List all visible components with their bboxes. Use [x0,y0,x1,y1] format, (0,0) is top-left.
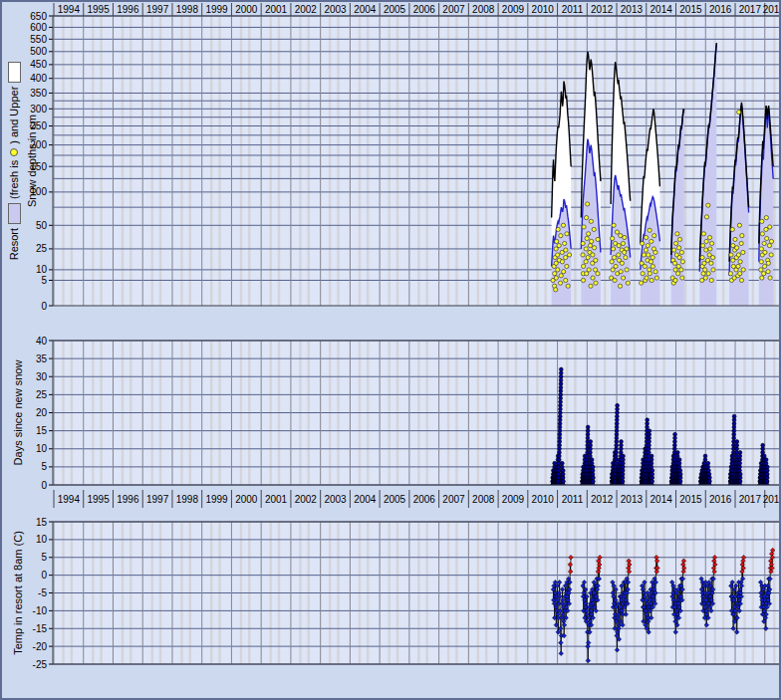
year-label: 2004 [354,494,377,505]
days-since-snow-dot [678,476,682,480]
days-since-snow-dot [650,458,653,462]
year-label: 2014 [651,4,673,15]
fresh-snow-dot [558,281,562,285]
days-since-snow-dot [673,440,677,444]
fresh-snow-dot [611,247,615,251]
days-since-snow-dot [615,425,619,429]
days-since-snow-dot [732,418,736,422]
fresh-snow-dot [584,260,588,264]
days-since-snow-dot [678,472,682,476]
days-since-snow-dot [765,465,769,469]
days-since-snow-dot [651,472,654,476]
days-since-snow-dot [738,472,742,476]
year-label: 1996 [117,4,139,15]
temp-tick-label: 5 [41,552,47,563]
fresh-snow-dot [741,250,745,254]
fresh-snow-dot [768,225,772,229]
days-since-snow-dot [559,374,563,378]
snow-history-chart: 0510255010015020025030035040045050055060… [2,2,781,700]
fresh-snow-dot [760,276,764,280]
fresh-snow-dot [701,244,705,248]
fresh-snow-dot [730,227,734,231]
days-since-snow-dot [559,407,563,411]
fresh-snow-dot [738,260,742,264]
fresh-snow-dot [615,230,619,234]
days-since-snow-dot [561,476,565,480]
fresh-snow-dot [621,241,625,245]
days-since-snow-dot [589,450,593,454]
days-since-snow-dot [703,454,707,458]
fresh-snow-dot [649,260,652,264]
fresh-snow-dot [677,255,681,259]
fresh-snow-dot [582,225,586,229]
fresh-snow-dot [594,268,598,272]
days-since-snow-dot [762,454,766,458]
year-label: 1994 [58,4,81,15]
fresh-snow-dot [736,264,740,268]
year-label: 1999 [205,4,228,15]
temp-tick-label: -25 [33,659,48,670]
days-since-snow-dot [672,447,676,451]
fresh-snow-dot [677,246,681,250]
fresh-snow-dot [769,239,773,243]
fresh-snow-dot [739,241,743,245]
fresh-snow-dot [593,246,597,250]
snow-history-page: 0510255010015020025030035040045050055060… [0,0,781,700]
days-since-snow-dot [738,461,742,465]
days-since-snow-dot [615,429,619,433]
year-label: 2016 [709,494,732,505]
days-since-snow-dot [672,443,676,447]
year-label: 2000 [235,494,258,505]
fresh-snow-dot [652,234,656,238]
fresh-snow-dot [672,261,676,265]
days-tick-label: 30 [36,371,48,382]
snow-tick-label: 150 [30,161,47,172]
days-since-snow-dot [558,447,562,451]
fresh-snow-dot [553,272,557,276]
year-label: 2014 [651,494,673,505]
fresh-snow-dot [766,270,770,274]
year-label: 2013 [621,4,644,15]
fresh-snow-dot [563,241,567,245]
snow-tick-label: 25 [36,243,48,254]
fresh-snow-dot [623,235,627,239]
fresh-snow-dot [556,268,560,272]
fresh-snow-dot [766,261,770,265]
days-since-snow-dot [620,443,624,447]
fresh-snow-dot [588,244,592,248]
days-since-snow-dot [678,479,682,483]
year-label: 2001 [265,4,288,15]
days-since-snow-dot [621,461,625,465]
days-since-snow-dot [586,429,590,433]
days-since-snow-dot [761,447,765,451]
fresh-snow-dot [706,272,710,276]
fresh-snow-dot [564,248,568,252]
days-since-snow-dot [738,450,742,454]
fresh-snow-dot [641,241,645,245]
year-label: 2017 [739,494,762,505]
fresh-snow-dot [564,278,568,282]
days-since-snow-dot [592,476,596,480]
fresh-snow-dot [702,261,706,265]
fresh-snow-dot [764,215,768,219]
days-since-snow-dot [558,436,562,440]
fresh-snow-dot [675,232,679,236]
fresh-snow-dot [760,219,764,223]
days-since-snow-dot [651,479,654,483]
days-since-snow-dot [615,421,619,425]
days-since-snow-dot [616,403,620,407]
year-label: 1994 [58,494,81,505]
year-label: 2008 [472,494,495,505]
fresh-snow-dot [760,232,764,236]
days-since-snow-dot [706,461,710,465]
fresh-snow-dot [585,272,589,276]
fresh-snow-dot [565,264,569,268]
year-label: 2011 [562,4,584,15]
fresh-snow-dot [625,268,629,272]
days-since-snow-dot [764,461,768,465]
year-label: 2018 [763,494,781,505]
fresh-snow-dot [591,253,595,257]
days-tick-label: 35 [36,353,48,364]
days-panel: 0510152025303540 [36,336,781,491]
fresh-snow-dot [764,227,768,231]
